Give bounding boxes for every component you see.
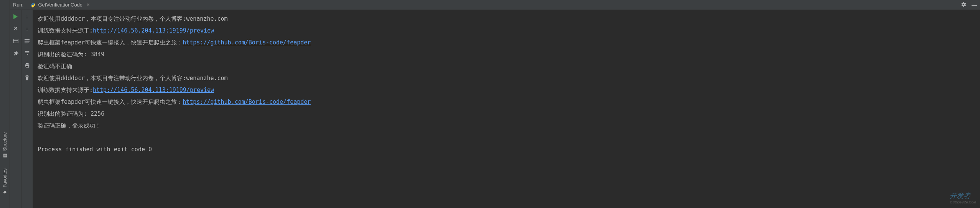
console-link[interactable]: https://github.com/Boris-code/feapder xyxy=(183,39,311,46)
tool-window-header: Run: GetVerificationCode ✕ — xyxy=(10,0,980,10)
close-tab-icon[interactable]: ✕ xyxy=(86,2,90,7)
console-line: 识别出的验证码为: 2256 xyxy=(38,108,975,120)
svg-rect-11 xyxy=(25,76,29,77)
tab-name: GetVerificationCode xyxy=(38,2,82,8)
console-output[interactable]: 欢迎使用ddddocr，本项目专注带动行业内卷，个人博客:wenanzhe.co… xyxy=(33,10,980,208)
header-right: — xyxy=(960,2,977,8)
svg-rect-9 xyxy=(26,66,28,67)
console-line: 验证码正确，登录成功！ xyxy=(38,120,975,132)
console-link[interactable]: http://146.56.204.113:19199/preview xyxy=(93,87,214,93)
python-file-icon xyxy=(30,2,36,8)
run-tool-window: Run: GetVerificationCode ✕ — xyxy=(10,0,980,208)
svg-rect-3 xyxy=(25,41,30,41)
console-line: Process finished with exit code 0 xyxy=(38,144,975,156)
pin-button[interactable] xyxy=(12,50,20,57)
tool-window-body: ↑ ↓ 欢迎使用ddddocr，本项目专注带动行业内卷，个人博客:wenanzh… xyxy=(10,10,980,208)
console-text: 爬虫框架feapder可快速一键接入，快速开启爬虫之旅： xyxy=(38,98,183,105)
hide-icon[interactable]: — xyxy=(972,2,977,8)
run-actions-gutter xyxy=(10,10,21,208)
structure-label: Structure xyxy=(2,132,8,151)
console-link[interactable]: https://github.com/Boris-code/feapder xyxy=(183,98,311,105)
favorites-tool-tab[interactable]: ★ Favorites xyxy=(0,164,10,200)
svg-rect-7 xyxy=(26,63,28,64)
layout-button[interactable] xyxy=(12,38,20,44)
svg-rect-2 xyxy=(25,39,30,39)
soft-wrap-button[interactable] xyxy=(23,38,31,44)
svg-rect-10 xyxy=(26,75,28,76)
console-line: 验证码不正确 xyxy=(38,61,975,72)
console-line xyxy=(38,132,975,144)
run-label: Run: xyxy=(13,2,23,8)
console-line: 欢迎使用ddddocr，本项目专注带动行业内卷，个人博客:wenanzhe.co… xyxy=(38,72,975,84)
console-line: 欢迎使用ddddocr，本项目专注带动行业内卷，个人博客:wenanzhe.co… xyxy=(38,13,975,25)
console-line: 训练数据支持来源于:http://146.56.204.113:19199/pr… xyxy=(38,25,975,37)
console-text: 训练数据支持来源于: xyxy=(38,87,93,93)
down-button[interactable]: ↓ xyxy=(23,25,31,32)
stop-and-rerun-button[interactable] xyxy=(12,25,20,32)
star-icon: ★ xyxy=(2,190,8,195)
svg-rect-5 xyxy=(25,51,29,52)
rerun-button[interactable] xyxy=(12,13,20,20)
scroll-to-end-button[interactable] xyxy=(23,50,31,57)
console-line: 爬虫框架feapder可快速一键接入，快速开启爬虫之旅：https://gith… xyxy=(38,37,975,49)
console-text: 爬虫框架feapder可快速一键接入，快速开启爬虫之旅： xyxy=(38,39,183,46)
output-actions-gutter: ↑ ↓ xyxy=(21,10,33,208)
left-tool-stripe: ▤ Structure ★ Favorites xyxy=(0,0,10,208)
favorites-label: Favorites xyxy=(2,169,8,187)
svg-rect-4 xyxy=(25,43,28,43)
console-line: 训练数据支持来源于:http://146.56.204.113:19199/pr… xyxy=(38,84,975,96)
structure-icon: ▤ xyxy=(2,153,8,159)
header-left: Run: GetVerificationCode ✕ xyxy=(13,1,92,9)
svg-rect-0 xyxy=(13,39,18,43)
console-text: 训练数据支持来源于: xyxy=(38,27,93,34)
print-button[interactable] xyxy=(23,62,31,69)
up-button[interactable]: ↑ xyxy=(23,13,31,20)
console-line: 爬虫框架feapder可快速一键接入，快速开启爬虫之旅：https://gith… xyxy=(38,96,975,108)
console-line: 识别出的验证码为: 3849 xyxy=(38,49,975,61)
structure-tool-tab[interactable]: ▤ Structure xyxy=(0,128,10,164)
console-link[interactable]: http://146.56.204.113:19199/preview xyxy=(93,27,214,34)
trash-button[interactable] xyxy=(23,74,31,81)
svg-rect-6 xyxy=(25,52,29,53)
gear-icon[interactable] xyxy=(960,2,966,8)
run-config-tab[interactable]: GetVerificationCode ✕ xyxy=(28,1,92,9)
